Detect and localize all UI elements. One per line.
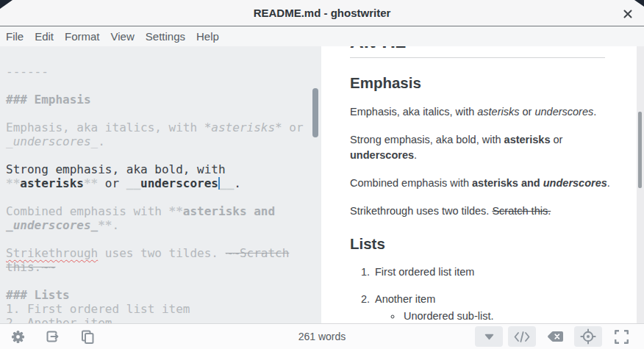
editor-line <box>6 232 321 246</box>
preview-h3: Emphasis <box>350 74 629 92</box>
status-bar: 261 words <box>0 323 644 349</box>
menu-help[interactable]: Help <box>196 30 219 43</box>
menu-bar: FileEditFormatViewSettingsHelp <box>0 26 644 46</box>
screen-corner <box>634 0 644 7</box>
editor-line <box>6 107 321 120</box>
statusbar-right-group <box>475 326 635 347</box>
editor-line <box>6 274 321 288</box>
editor-line: this.~~ <box>6 260 321 274</box>
export-button[interactable] <box>44 328 60 345</box>
preview-p: Strikethrough uses two tildes. Scratch t… <box>350 204 629 219</box>
editor-text: ------### EmphasisEmphasis, aka italics,… <box>6 65 321 323</box>
editor-line: Combined emphasis with **asterisks and <box>6 204 321 218</box>
preview-pane[interactable]: Alt-H2EmphasisEmphasis, aka italics, wit… <box>321 46 644 323</box>
close-button[interactable] <box>620 6 636 22</box>
preview-hr <box>350 57 605 58</box>
preview-h2: Alt-H2 <box>350 46 629 52</box>
preview-p: Emphasis, aka italics, with asterisks or… <box>350 104 629 120</box>
editor-line: Strikethrough uses two tildes. ~~Scratch <box>6 246 321 260</box>
editor-line: ### Emphasis <box>6 93 321 107</box>
list-item: First ordered list item <box>373 265 629 280</box>
preview-scrollbar-track[interactable] <box>637 46 644 323</box>
focus-target-icon <box>580 328 596 345</box>
code-icon <box>514 331 530 342</box>
editor-line: _underscores_**. <box>6 218 321 232</box>
copy-icon <box>79 329 94 344</box>
hemingway-mode-button[interactable] <box>541 326 569 347</box>
menu-format[interactable]: Format <box>65 30 100 43</box>
editor-line: ------ <box>6 65 321 79</box>
menu-file[interactable]: File <box>6 30 24 43</box>
html-preview-button[interactable] <box>508 326 536 347</box>
settings-icon <box>11 330 25 344</box>
preview-ol: First ordered list itemAnother itemUnord… <box>350 265 629 323</box>
preview-scrollbar-thumb[interactable] <box>638 112 642 188</box>
editor-line: 2. Another item <box>6 316 321 323</box>
editor-line: Strong emphasis, aka bold, with <box>6 162 321 176</box>
preview-h3: Lists <box>350 235 629 253</box>
main-split: ------### EmphasisEmphasis, aka italics,… <box>0 46 644 323</box>
editor-line: _underscores_. <box>6 134 321 148</box>
editor-pane[interactable]: ------### EmphasisEmphasis, aka italics,… <box>0 46 321 323</box>
list-item: Another itemUnordered sub-list. <box>373 292 629 323</box>
editor-line <box>6 148 321 162</box>
preview-options-button[interactable] <box>475 326 503 347</box>
settings-button[interactable] <box>10 328 26 345</box>
title-bar[interactable]: README.md - ghostwriter <box>0 0 644 26</box>
statusbar-left-group <box>10 328 95 345</box>
window-title: README.md - ghostwriter <box>254 7 391 19</box>
focus-mode-button[interactable] <box>574 326 602 347</box>
editor-line <box>6 190 321 204</box>
editor-scrollbar-thumb[interactable] <box>312 88 318 137</box>
screen-corner <box>0 0 12 9</box>
fullscreen-button[interactable] <box>607 326 635 347</box>
preview-p: Combined emphasis with asterisks and und… <box>350 176 629 191</box>
menu-edit[interactable]: Edit <box>35 30 54 43</box>
list-item: Unordered sub-list. <box>402 309 629 323</box>
copy-html-button[interactable] <box>79 328 95 345</box>
editor-line: ### Lists <box>6 288 321 302</box>
preview-content: Alt-H2EmphasisEmphasis, aka italics, wit… <box>350 46 629 323</box>
editor-line: 1. First ordered list item <box>6 302 321 316</box>
editor-line <box>6 79 321 93</box>
editor-line: **asterisks** or __underscores__. <box>6 176 321 190</box>
chevron-down-icon <box>484 334 494 340</box>
fullscreen-icon <box>615 330 629 344</box>
preview-p: Strong emphasis, aka bold, with asterisk… <box>350 132 629 163</box>
export-icon <box>45 329 60 344</box>
menu-settings[interactable]: Settings <box>146 30 185 43</box>
editor-line: Emphasis, aka italics, with *asterisks* … <box>6 120 321 134</box>
app-window: README.md - ghostwriter FileEditFormatVi… <box>0 0 644 349</box>
backspace-icon <box>547 331 564 342</box>
menu-view[interactable]: View <box>111 30 135 43</box>
close-icon <box>623 10 632 18</box>
